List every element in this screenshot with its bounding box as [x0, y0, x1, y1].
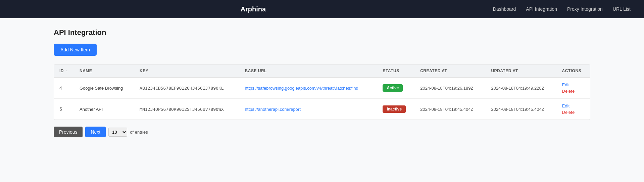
base-url-link[interactable]: https://anotherapi.com/report	[245, 107, 301, 112]
table-row: 4 Google Safe Browsing AB1234CD5678EF901…	[54, 78, 590, 99]
nav-links: Dashboard API Integration Proxy Integrat…	[493, 6, 631, 12]
brand-logo: Arphina	[13, 5, 493, 13]
col-name: NAME	[74, 64, 134, 78]
actions-group: Edit Delete	[562, 103, 585, 115]
table-body: 4 Google Safe Browsing AB1234CD5678EF901…	[54, 78, 590, 120]
api-integration-table: ID ↑ NAME KEY BASE URL STATUS CREATED AT…	[54, 64, 590, 120]
cell-key: AB1234CD5678EF9012GH3456IJ7890KL	[134, 78, 239, 99]
base-url-link[interactable]: https://safebrowsing.googleapis.com/v4/t…	[245, 86, 358, 91]
col-actions: ACTIONS	[557, 64, 590, 78]
col-key: KEY	[134, 64, 239, 78]
actions-group: Edit Delete	[562, 82, 585, 94]
delete-link[interactable]: Delete	[562, 110, 585, 115]
cell-actions: Edit Delete	[557, 99, 590, 120]
cell-base-url: https://anotherapi.com/report	[240, 99, 378, 120]
page-content: API Integration Add New Item ID ↑ NAME K…	[0, 18, 644, 147]
cell-id: 4	[54, 78, 74, 99]
table-header-row: ID ↑ NAME KEY BASE URL STATUS CREATED AT…	[54, 64, 590, 78]
table-header: ID ↑ NAME KEY BASE URL STATUS CREATED AT…	[54, 64, 590, 78]
cell-name: Another API	[74, 99, 134, 120]
entries-suffix: of entries	[130, 130, 148, 135]
entries-per-page-select[interactable]: 10 25 50 100	[108, 128, 127, 137]
edit-link[interactable]: Edit	[562, 103, 585, 108]
table-row: 5 Another API MN1234OP5678QR9012ST3456UV…	[54, 99, 590, 120]
status-badge: Inactive	[383, 105, 406, 113]
add-new-item-button[interactable]: Add New Item	[54, 44, 97, 56]
cell-id: 5	[54, 99, 74, 120]
cell-created-at: 2024-08-18T04:19:45.404Z	[415, 99, 486, 120]
nav-dashboard[interactable]: Dashboard	[493, 6, 516, 12]
cell-actions: Edit Delete	[557, 78, 590, 99]
cell-status: Active	[377, 78, 415, 99]
status-badge: Active	[383, 84, 403, 92]
col-id: ID ↑	[54, 64, 74, 78]
nav-url-list[interactable]: URL List	[613, 6, 631, 12]
navbar: Arphina Dashboard API Integration Proxy …	[0, 0, 644, 18]
edit-link[interactable]: Edit	[562, 82, 585, 87]
previous-button[interactable]: Previous	[54, 127, 83, 137]
cell-updated-at: 2024-08-18T04:19:49.228Z	[486, 78, 556, 99]
col-updated-at: UPDATED AT	[486, 64, 556, 78]
col-created-at: CREATED AT	[415, 64, 486, 78]
page-title: API Integration	[54, 28, 590, 37]
cell-created-at: 2024-08-18T04:19:26.189Z	[415, 78, 486, 99]
cell-name: Google Safe Browsing	[74, 78, 134, 99]
sort-icon: ↑	[66, 69, 68, 73]
cell-base-url: https://safebrowsing.googleapis.com/v4/t…	[240, 78, 378, 99]
cell-status: Inactive	[377, 99, 415, 120]
cell-updated-at: 2024-08-18T04:19:45.404Z	[486, 99, 556, 120]
col-status: STATUS	[377, 64, 415, 78]
nav-api-integration[interactable]: API Integration	[526, 6, 557, 12]
pagination-row: Previous Next 10 25 50 100 of entries	[54, 127, 590, 137]
nav-proxy-integration[interactable]: Proxy Integration	[567, 6, 603, 12]
col-base-url: BASE URL	[240, 64, 378, 78]
data-table-wrapper: ID ↑ NAME KEY BASE URL STATUS CREATED AT…	[54, 64, 590, 120]
next-button[interactable]: Next	[85, 127, 106, 137]
cell-key: MN1234OP5678QR9012ST3456UV7890WX	[134, 99, 239, 120]
delete-link[interactable]: Delete	[562, 89, 585, 94]
